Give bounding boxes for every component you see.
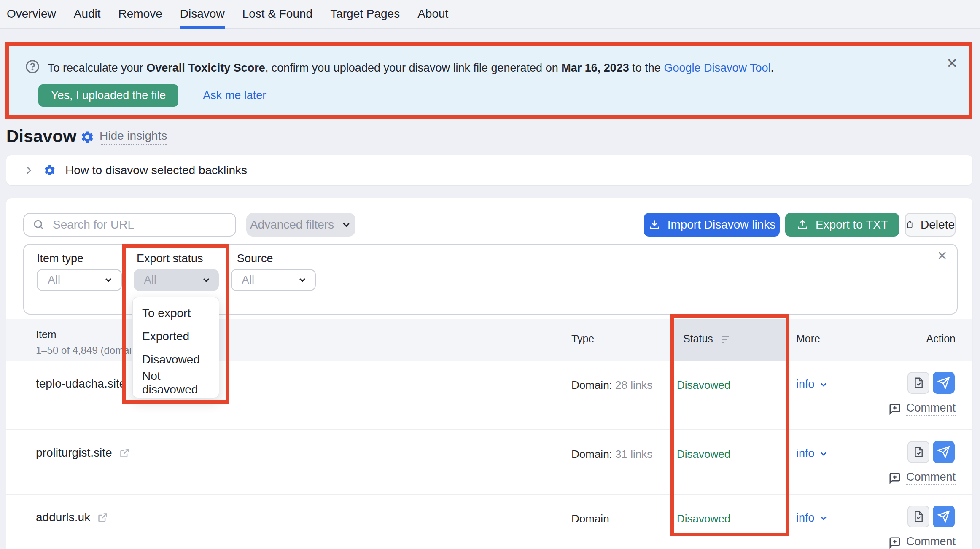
banner-text-mid2: to the (629, 62, 664, 74)
comment-button[interactable]: Comment (867, 535, 956, 549)
disavow-page: Overview Audit Remove Disavow Lost & Fou… (0, 0, 980, 549)
more-info-toggle[interactable]: info (796, 378, 828, 391)
export-status-select[interactable]: All (134, 269, 219, 291)
top-nav: Overview Audit Remove Disavow Lost & Fou… (0, 0, 980, 29)
status-cell: Disavowed (677, 448, 730, 461)
chevron-down-icon (819, 449, 828, 458)
column-action: Action (905, 333, 956, 345)
type-label: Domain: (571, 448, 612, 460)
export-txt-label: Export to TXT (816, 218, 888, 231)
external-link-icon[interactable] (97, 512, 108, 523)
banner-close-icon[interactable]: ✕ (946, 57, 958, 70)
item-type-value: All (48, 274, 60, 287)
item-cell: teplo-udacha.site (36, 377, 144, 390)
howto-expander[interactable]: How to disavow selected backlinks (6, 155, 972, 185)
insights-gear-icon (80, 130, 94, 144)
dropdown-option-disavowed[interactable]: Disavowed (133, 348, 219, 371)
nav-tab-remove[interactable]: Remove (110, 0, 171, 28)
search-box (23, 213, 236, 237)
hide-insights-label: Hide insights (100, 129, 167, 145)
dropdown-option-exported[interactable]: Exported (133, 325, 219, 348)
comment-label: Comment (906, 471, 956, 485)
more-info-toggle[interactable]: info (796, 511, 828, 525)
question-circle-icon (25, 59, 40, 74)
paper-plane-icon (937, 446, 950, 458)
hide-insights-link[interactable]: Hide insights (80, 129, 167, 145)
banner-text-prefix: To recalculate your (48, 62, 146, 74)
info-label: info (796, 447, 815, 460)
item-domain: teplo-udacha.site (36, 377, 126, 390)
source-select[interactable]: All (231, 269, 316, 291)
dropdown-option-to-export[interactable]: To export (133, 301, 219, 325)
type-detail: 31 links (612, 448, 652, 460)
sort-descending-icon (722, 334, 733, 344)
table-row: addurls.uk Domain Disavowed info (6, 494, 972, 549)
comment-button[interactable]: Comment (867, 471, 956, 485)
comment-plus-icon (888, 472, 901, 484)
advanced-filters-button[interactable]: Advanced filters (246, 213, 355, 237)
document-check-button[interactable] (907, 372, 929, 394)
download-icon (648, 218, 661, 231)
item-type-label: Item type (37, 252, 83, 265)
nav-tab-target-pages[interactable]: Target Pages (321, 0, 409, 28)
info-label: info (796, 511, 815, 525)
item-cell: addurls.uk (36, 511, 108, 524)
item-domain: proliturgist.site (36, 446, 112, 460)
item-type-select[interactable]: All (37, 269, 122, 291)
export-status-label: Export status (137, 252, 203, 265)
column-status-sortable[interactable]: Status (670, 319, 788, 361)
import-disavow-button[interactable]: Import Disavow links (644, 213, 780, 237)
source-value: All (242, 274, 254, 287)
google-disavow-tool-link[interactable]: Google Disavow Tool (664, 62, 770, 74)
type-cell: Domain: 28 links (571, 379, 652, 392)
send-to-disavow-button[interactable] (933, 506, 955, 527)
export-status-value: All (144, 274, 156, 287)
chevron-down-icon (341, 219, 352, 230)
comment-button[interactable]: Comment (867, 401, 956, 416)
nav-tab-lost-found[interactable]: Lost & Found (234, 0, 322, 28)
chevron-right-icon (23, 165, 34, 176)
banner-message: To recalculate your Overall Toxicity Sco… (48, 62, 774, 75)
action-buttons (907, 372, 955, 394)
ask-me-later-link[interactable]: Ask me later (203, 89, 266, 102)
export-txt-button[interactable]: Export to TXT (785, 213, 899, 237)
banner-bold-toxicity: Overall Toxicity Score (146, 62, 265, 74)
howto-gear-icon (43, 164, 56, 177)
document-check-button[interactable] (907, 441, 929, 463)
status-cell: Disavowed (677, 512, 730, 525)
filter-panel-close-icon[interactable]: ✕ (937, 250, 948, 262)
column-status: Status (683, 333, 713, 345)
nav-tab-disavow[interactable]: Disavow (171, 0, 234, 28)
send-to-disavow-button[interactable] (933, 441, 955, 463)
type-cell: Domain (571, 512, 609, 525)
more-info-toggle[interactable]: info (796, 447, 828, 460)
type-detail: 28 links (612, 379, 652, 391)
chevron-down-icon (297, 275, 307, 285)
item-domain: addurls.uk (36, 511, 90, 524)
paper-plane-icon (937, 510, 950, 523)
send-to-disavow-button[interactable] (933, 372, 955, 394)
type-cell: Domain: 31 links (571, 448, 652, 461)
dropdown-option-not-disavowed[interactable]: Not disavowed (133, 371, 219, 394)
delete-label: Delete (921, 218, 955, 231)
comment-label: Comment (906, 401, 956, 416)
action-buttons (907, 506, 955, 527)
chevron-down-icon (103, 275, 113, 285)
chevron-down-icon (819, 514, 828, 523)
nav-tab-audit[interactable]: Audit (65, 0, 110, 28)
advanced-filters-label: Advanced filters (250, 218, 334, 231)
table-row: proliturgist.site Domain: 31 links Disav… (6, 429, 972, 498)
external-link-icon[interactable] (119, 447, 130, 459)
chevron-down-icon (201, 275, 211, 285)
search-input[interactable] (53, 218, 231, 231)
document-check-button[interactable] (907, 506, 929, 527)
trash-icon (906, 219, 914, 231)
confirm-upload-button[interactable]: Yes, I uploaded the file (38, 84, 178, 107)
document-check-icon (912, 377, 925, 389)
banner-text-suffix: . (771, 62, 774, 74)
action-buttons (907, 441, 955, 463)
nav-tab-overview[interactable]: Overview (7, 0, 65, 28)
nav-tab-about[interactable]: About (409, 0, 457, 28)
export-status-dropdown: To export Exported Disavowed Not disavow… (132, 297, 219, 398)
delete-button[interactable]: Delete (905, 213, 956, 237)
